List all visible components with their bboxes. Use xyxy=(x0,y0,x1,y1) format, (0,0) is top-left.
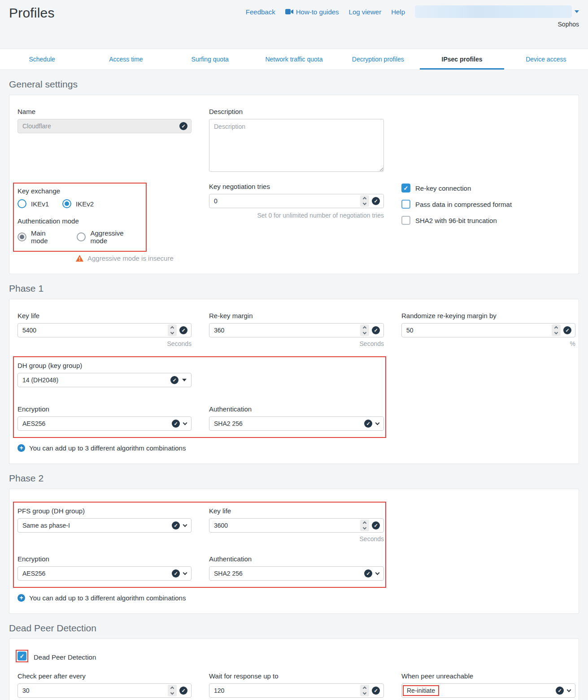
phase1-keylife-value[interactable] xyxy=(22,327,165,334)
valid-check-icon xyxy=(556,687,564,695)
valid-check-icon xyxy=(172,420,180,428)
phase2-keylife-input[interactable] xyxy=(209,518,384,533)
help-label: Help xyxy=(391,8,405,16)
phase1-keylife-input[interactable] xyxy=(17,323,192,337)
dpd-peer-unreachable-select[interactable]: Re-initiate xyxy=(401,683,575,698)
radio-aggressive-mode-icon[interactable] xyxy=(77,232,86,241)
log-viewer-label: Log viewer xyxy=(349,8,382,16)
tab-device-access[interactable]: Device access xyxy=(504,49,588,70)
phase2-pfs-select[interactable]: Same as phase-I xyxy=(17,518,192,533)
chevron-down-icon[interactable] xyxy=(183,421,187,425)
sha2-truncation-checkbox-icon[interactable] xyxy=(401,216,410,225)
tab-ipsec-profiles[interactable]: IPsec profiles xyxy=(420,49,504,70)
tab-schedule[interactable]: Schedule xyxy=(0,49,84,70)
dpd-wait-response-group: Wait for response up to Seconds xyxy=(209,672,384,700)
description-textarea[interactable] xyxy=(209,119,384,172)
radio-ikev2-icon[interactable] xyxy=(62,199,71,208)
dpd-check-peer-input[interactable] xyxy=(17,683,192,698)
dpd-peer-unreachable-group: When peer unreachable Re-initiate xyxy=(401,672,575,700)
tab-access-time[interactable]: Access time xyxy=(84,49,168,70)
name-input[interactable] xyxy=(17,119,192,133)
number-stepper[interactable] xyxy=(360,324,369,336)
name-input-value[interactable] xyxy=(22,122,177,130)
radio-main-mode[interactable]: Main mode xyxy=(17,229,63,245)
radio-aggressive-mode[interactable]: Aggressive mode xyxy=(77,229,141,245)
compressed-format-checkbox[interactable]: Pass data in compressed format xyxy=(401,200,575,209)
rekey-connection-checkbox-icon[interactable] xyxy=(401,184,410,192)
dpd-toggle-row: Dead Peer Detection xyxy=(17,652,571,662)
phase1-randomize-value[interactable] xyxy=(406,327,549,334)
feedback-label: Feedback xyxy=(246,8,275,16)
valid-check-icon xyxy=(170,376,179,384)
dpd-wait-response-value[interactable] xyxy=(214,687,357,694)
feedback-link[interactable]: Feedback xyxy=(246,8,275,16)
phase1-encryption-label: Encryption xyxy=(17,405,192,413)
page-header: Profiles Feedback How-to guides Log view… xyxy=(0,0,588,48)
video-camera-icon xyxy=(285,9,293,14)
chevron-down-icon[interactable] xyxy=(183,571,187,575)
chevron-down-icon[interactable] xyxy=(375,571,380,575)
chevron-down-icon[interactable] xyxy=(567,688,571,692)
auth-mode-radios: Main mode Aggressive mode xyxy=(17,229,141,245)
description-label: Description xyxy=(209,108,384,115)
key-negotiation-value[interactable] xyxy=(214,197,357,205)
dropdown-caret-icon[interactable] xyxy=(182,379,187,381)
compressed-format-checkbox-icon[interactable] xyxy=(401,200,410,209)
phase2-keylife-value[interactable] xyxy=(214,522,357,529)
dpd-wait-response-input[interactable] xyxy=(209,683,384,698)
warning-triangle-icon xyxy=(76,255,83,262)
rekey-connection-checkbox[interactable]: Re-key connection xyxy=(401,184,575,192)
phase2-pfs-value: Same as phase-I xyxy=(22,522,169,529)
key-negotiation-label: Key negotiation tries xyxy=(209,183,384,190)
number-stepper[interactable] xyxy=(360,685,369,696)
number-stepper[interactable] xyxy=(360,520,369,531)
tab-surfing-quota[interactable]: Surfing quota xyxy=(168,49,252,70)
phase2-keylife-group: Key life Seconds xyxy=(209,507,384,542)
dpd-check-peer-value[interactable] xyxy=(22,687,165,694)
dpd-peer-unreachable-label: When peer unreachable xyxy=(401,672,575,680)
radio-ikev2[interactable]: IKEv2 xyxy=(62,199,94,208)
phase2-card: PFS group (DH group) Same as phase-I Key… xyxy=(9,489,579,614)
number-stepper[interactable] xyxy=(168,324,177,336)
phase2-keylife-unit: Seconds xyxy=(209,535,384,542)
help-link[interactable]: Help xyxy=(391,8,405,16)
radio-ikev1-icon[interactable] xyxy=(17,199,26,208)
phase1-rekey-margin-input[interactable] xyxy=(209,323,384,337)
phase1-keylife-group: Key life Seconds xyxy=(17,312,192,347)
chevron-down-icon[interactable] xyxy=(183,523,187,527)
dpd-checkbox-highlight-box xyxy=(16,650,28,662)
dpd-checkbox-icon[interactable] xyxy=(17,652,26,661)
phase1-card: Key life Seconds Re-key margin Seconds xyxy=(9,299,579,464)
phase1-encryption-select[interactable]: AES256 xyxy=(17,416,192,431)
radio-main-mode-icon[interactable] xyxy=(17,232,26,241)
name-label: Name xyxy=(17,108,192,115)
number-stepper[interactable] xyxy=(552,324,561,336)
phase1-dh-select[interactable]: 14 (DH2048) xyxy=(17,373,192,387)
tab-network-traffic-quota[interactable]: Network traffic quota xyxy=(252,49,336,70)
phase2-authentication-select[interactable]: SHA2 256 xyxy=(209,566,384,581)
chevron-down-icon[interactable] xyxy=(375,421,380,425)
tab-decryption-profiles[interactable]: Decryption profiles xyxy=(336,49,420,70)
valid-check-icon xyxy=(179,122,187,130)
account-menu[interactable] xyxy=(415,5,579,18)
add-icon[interactable] xyxy=(17,444,25,452)
add-icon[interactable] xyxy=(17,594,25,602)
phase1-randomize-group: Randomize re-keying margin by % xyxy=(401,312,575,347)
key-negotiation-column: Key negotiation tries Set 0 for unlimite… xyxy=(209,183,384,262)
phase1-authentication-select[interactable]: SHA2 256 xyxy=(209,416,384,431)
phase1-rekey-margin-value[interactable] xyxy=(214,327,357,334)
sha2-truncation-checkbox[interactable]: SHA2 with 96-bit truncation xyxy=(401,216,575,225)
phase1-rekey-margin-label: Re-key margin xyxy=(209,312,384,319)
key-negotiation-input[interactable] xyxy=(209,194,384,208)
log-viewer-link[interactable]: Log viewer xyxy=(349,8,382,16)
number-stepper[interactable] xyxy=(168,685,177,696)
content: General settings Name Description xyxy=(0,79,588,700)
radio-ikev1[interactable]: IKEv1 xyxy=(17,199,49,208)
phase1-randomize-input[interactable] xyxy=(401,323,575,337)
account-name-redacted xyxy=(415,5,572,18)
howto-guides-link[interactable]: How-to guides xyxy=(285,8,339,16)
phase2-encryption-select[interactable]: AES256 xyxy=(17,566,192,581)
radio-main-mode-label: Main mode xyxy=(31,229,63,245)
phase1-dh-group: DH group (key group) 14 (DH2048) xyxy=(17,362,192,387)
number-stepper[interactable] xyxy=(360,195,369,207)
